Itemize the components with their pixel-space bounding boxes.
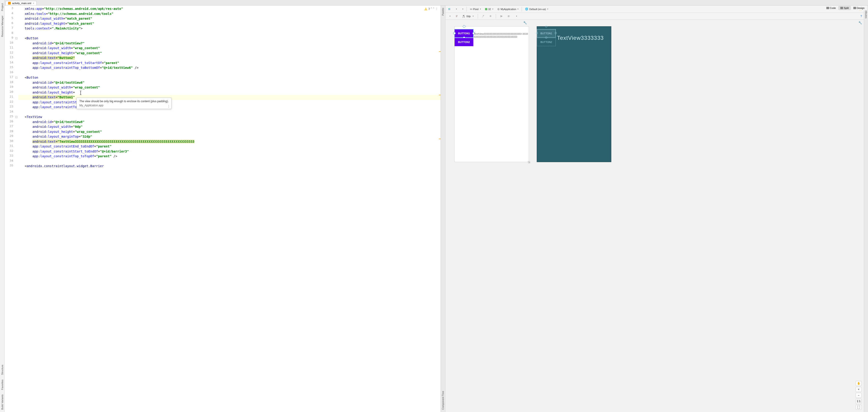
constraint-handle[interactable]	[453, 32, 456, 34]
design-preview[interactable]: BUTTON1 BUTTON2 TextView3333333333333333…	[455, 27, 529, 162]
warn-mark[interactable]	[439, 95, 441, 95]
tab-favorites[interactable]: Favorites	[0, 377, 4, 392]
pan-button[interactable]: ✋	[856, 381, 862, 386]
view-code-button[interactable]: Code	[824, 6, 838, 10]
line-number: 7	[5, 26, 18, 31]
zoom-controls: ✋ + − 1:1 ⛶	[856, 381, 862, 410]
design-toolbar-top: ▾ ▾ ▭ Pixel▾ 32▾ ◎ MyApplication▾ 🌐 Defa…	[441, 5, 864, 13]
chevron-down-icon[interactable]: ˅	[433, 6, 434, 11]
view-code-label: Code	[830, 7, 836, 9]
line-number: 24	[5, 110, 18, 115]
phone-icon: ▭	[470, 7, 472, 10]
svg-rect-2	[448, 9, 449, 10]
code-icon	[826, 7, 829, 9]
documentation-tooltip: The view should be only big enough to en…	[76, 98, 172, 109]
tooltip-more-icon[interactable]: ⋮	[167, 105, 170, 108]
inspection-menu-icon[interactable]: ⋮	[435, 6, 438, 11]
fold-icon[interactable]: −	[15, 37, 18, 39]
svg-rect-9	[501, 16, 502, 17]
constraint-handle[interactable]	[536, 32, 538, 34]
constraint-handle[interactable]	[545, 25, 547, 27]
theme-picker[interactable]: ◎ MyApplication▾	[496, 7, 520, 11]
warning-icon	[424, 7, 427, 10]
svg-line-7	[456, 15, 458, 17]
line-number: 30	[5, 139, 18, 144]
line-number: 25−	[5, 115, 18, 120]
constraint-handle[interactable]	[463, 25, 465, 28]
file-tab-active[interactable]: activity_main.xml ×	[5, 1, 37, 5]
warn-mark[interactable]	[439, 51, 441, 52]
locale-picker[interactable]: 🌐 Default (en-us)▾	[524, 7, 550, 11]
zoom-in-button[interactable]: +	[856, 387, 862, 392]
error-stripe[interactable]	[439, 5, 441, 412]
tab-resource-manager[interactable]: Resource Manager	[0, 13, 4, 39]
palette-tab[interactable]: Palette	[441, 5, 445, 18]
line-number: 15	[5, 65, 18, 70]
line-number: 18	[5, 80, 18, 85]
line-number: 9−	[5, 36, 18, 41]
zoom-fit-button[interactable]: ⛶	[856, 405, 862, 410]
line-number-gutter: 3456789−1011121314151617−181920212223242…	[5, 5, 18, 412]
line-number: 26	[5, 120, 18, 125]
zoom-actual-button[interactable]: 1:1	[856, 399, 862, 404]
line-number: 19	[5, 85, 18, 90]
inspection-summary[interactable]: 3 ˄ ˅ ⋮	[424, 6, 438, 11]
svg-rect-11	[508, 15, 509, 17]
line-number: 6	[5, 21, 18, 26]
autoconnect-icon[interactable]	[454, 14, 459, 19]
tab-structure[interactable]: Structure	[0, 362, 4, 377]
surface-select-icon[interactable]	[447, 7, 452, 12]
warn-mark[interactable]	[439, 138, 441, 139]
default-margin[interactable]: ⇱ 0dp▾	[461, 14, 475, 18]
line-number: 4	[5, 11, 18, 17]
view-split-label: Split	[844, 7, 848, 9]
tab-build-variants[interactable]: Build Variants	[0, 392, 4, 412]
view-design-button[interactable]: Design	[851, 6, 867, 10]
fold-icon[interactable]: −	[15, 116, 18, 118]
line-number: 13	[5, 56, 18, 61]
close-tab-icon[interactable]: ×	[33, 2, 34, 5]
chevron-up-icon[interactable]: ˄	[431, 6, 432, 11]
line-number: 32	[5, 149, 18, 154]
fold-icon[interactable]: −	[15, 76, 18, 78]
blueprint-button2[interactable]: BUTTON2	[537, 38, 556, 46]
preview-textview[interactable]: TextView333333333333333333333333333 3333…	[474, 32, 529, 38]
api-picker[interactable]: 32▾	[484, 7, 495, 11]
zoom-out-button[interactable]: −	[856, 393, 862, 398]
blueprint-button1[interactable]: BUTTON1	[537, 29, 556, 37]
tools-attr-icon[interactable]: T▾	[514, 14, 519, 19]
night-mode-icon[interactable]: ▾	[460, 7, 465, 12]
blueprint-textview[interactable]: TextView3333333	[557, 35, 604, 41]
align-icon[interactable]	[499, 14, 504, 19]
orientation-icon[interactable]: ▾	[453, 7, 458, 12]
design-surface[interactable]: 🔧 🔧 BUTTON1 BUTTON2 TextView333333333333…	[441, 20, 864, 412]
line-number: 16	[5, 70, 18, 75]
view-split-button[interactable]: Split	[838, 6, 850, 10]
guideline-icon[interactable]	[506, 14, 511, 19]
right-tool-rail: Attributes	[864, 5, 868, 412]
view-options-icon[interactable]: ▾	[447, 14, 452, 19]
line-number: 23	[5, 105, 18, 110]
resize-handle[interactable]	[527, 160, 530, 163]
line-number: 8	[5, 31, 18, 36]
margin-icon: ⇱	[463, 14, 465, 18]
wrench-icon[interactable]: 🔧	[523, 21, 527, 25]
line-number: 33	[5, 154, 18, 159]
help-icon[interactable]: ?	[861, 14, 864, 18]
tooltip-source: My_Application.app	[80, 104, 168, 107]
preview-button2[interactable]: BUTTON2	[455, 38, 473, 46]
infer-constraints-icon[interactable]	[488, 14, 493, 19]
clear-constraints-icon[interactable]	[481, 14, 486, 19]
line-number: 22	[5, 100, 18, 105]
svg-rect-1	[449, 8, 450, 9]
device-picker[interactable]: ▭ Pixel▾	[469, 7, 482, 11]
wrench-icon[interactable]: 🔧	[858, 21, 862, 25]
design-icon	[854, 7, 856, 9]
blueprint-preview[interactable]: BUTTON1 BUTTON2 TextView3333333	[537, 27, 611, 162]
xml-file-icon	[8, 2, 11, 5]
code-editor[interactable]: 3456789−1011121314151617−181920212223242…	[5, 5, 441, 412]
preview-button1[interactable]: BUTTON1	[455, 29, 473, 37]
tab-project[interactable]: Project	[0, 1, 4, 13]
constraint-handle[interactable]	[555, 32, 557, 34]
code-area[interactable]: 3 ˄ ˅ ⋮ xmlns:app="http://schemas.androi…	[18, 5, 441, 412]
